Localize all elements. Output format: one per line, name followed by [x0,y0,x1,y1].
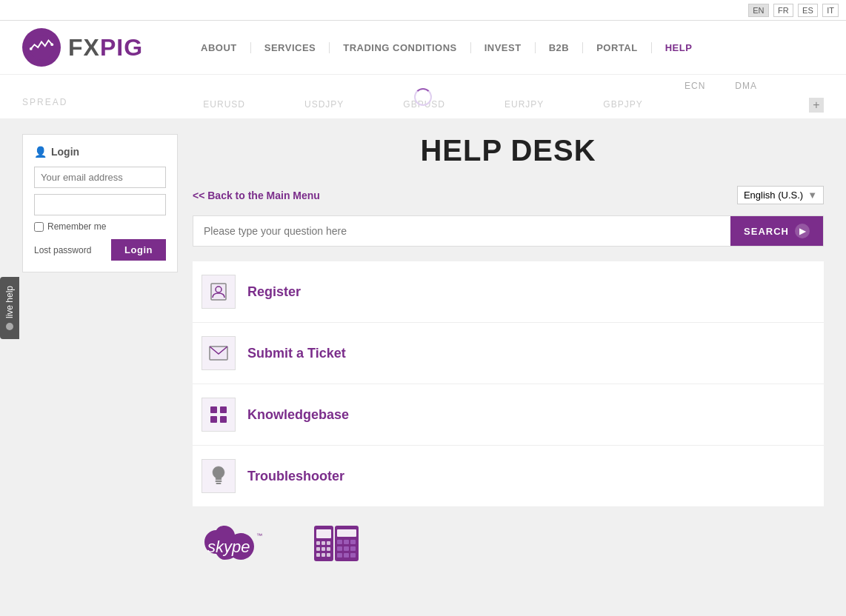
svg-rect-23 [322,553,325,557]
lang-fr[interactable]: FR [773,4,793,17]
pair-usdjpy: USDJPY [304,99,344,110]
help-desk-title: HELP DESK [193,134,824,167]
nav-trading-conditions[interactable]: TRADING CONDITIONS [330,42,470,53]
svg-text:skype: skype [207,538,250,556]
svg-rect-7 [220,406,227,413]
logo-text: FXPIG [68,34,143,61]
svg-rect-31 [344,546,349,551]
help-item-knowledgebase[interactable]: Knowledgebase [193,384,824,446]
help-item-submit-ticket[interactable]: Submit a Ticket [193,323,824,384]
lang-it[interactable]: IT [822,4,839,17]
knowledgebase-label: Knowledgebase [247,407,349,423]
remember-me-checkbox[interactable] [34,222,44,232]
svg-rect-8 [210,416,217,423]
nav-about[interactable]: ABOUT [187,42,251,53]
logo-text-pig: PIG [100,34,143,61]
nav-help[interactable]: HELP [652,42,706,53]
svg-point-2 [50,43,53,46]
svg-rect-15 [316,529,331,538]
svg-text:™: ™ [256,532,262,539]
help-item-register[interactable]: Register [193,261,824,323]
search-arrow-icon: ▶ [795,224,810,238]
nav-invest[interactable]: INVEST [471,42,536,53]
svg-rect-16 [316,541,320,545]
svg-rect-29 [350,540,356,544]
svg-rect-28 [344,540,349,544]
lang-en[interactable]: EN [748,4,768,17]
svg-rect-10 [216,481,222,482]
nav-b2b[interactable]: B2B [536,42,584,53]
phone-calculator-icon[interactable] [313,522,361,566]
svg-rect-30 [337,546,342,551]
live-help-dot [6,323,13,330]
header: FXPIG ABOUT SERVICES TRADING CONDITIONS … [0,21,846,75]
svg-rect-35 [350,553,356,558]
help-nav: << Back to the Main Menu English (U.S.) … [193,186,824,204]
pair-eurjpy: EURJPY [504,99,544,110]
loading-spinner [414,88,432,106]
submit-ticket-label: Submit a Ticket [247,346,346,361]
ecn-label: ECN [685,81,705,91]
svg-rect-20 [322,547,325,551]
right-panel: HELP DESK << Back to the Main Menu Engli… [193,134,824,581]
svg-rect-11 [216,483,222,484]
register-label: Register [247,284,301,300]
logo-svg [27,33,56,61]
login-box: 👤 Login Remember me Lost password Login [22,134,178,272]
svg-rect-33 [337,553,342,558]
remember-me-row: Remember me [34,221,166,232]
login-actions: Lost password Login [34,239,166,261]
live-help-label: live help [4,286,15,318]
spread-label: SPREAD [22,97,67,107]
left-panel: 👤 Login Remember me Lost password Login [22,134,178,581]
pair-eurusd: EURUSD [203,99,245,110]
svg-rect-17 [322,541,325,545]
ticker-add-button[interactable]: + [809,98,824,113]
login-header: 👤 Login [34,146,166,158]
search-button[interactable]: SEARCH ▶ [730,216,823,246]
svg-point-1 [30,47,33,50]
chevron-down-icon: ▼ [807,190,817,201]
search-button-label: SEARCH [744,226,789,237]
skype-logo[interactable]: skype ™ [201,526,290,563]
back-to-main-link[interactable]: << Back to the Main Menu [193,190,320,201]
dma-label: DMA [735,81,757,91]
svg-rect-9 [220,416,227,423]
live-help-tab[interactable]: live help [0,277,19,339]
selected-language: English (U.S.) [744,190,803,201]
login-button[interactable]: Login [111,239,166,261]
ticker-bar: ECN DMA SPREAD EURUSD USDJPY GBPUSD EURJ… [0,75,846,119]
language-bar: EN FR ES IT [0,0,846,21]
grid-icon [201,398,236,432]
logo-circle [22,28,61,67]
remember-me-label: Remember me [47,221,106,232]
troubleshooter-label: Troubleshooter [247,469,344,484]
register-icon [201,275,236,309]
pair-gbpjpy: GBPJPY [603,99,642,110]
envelope-icon [201,336,236,370]
svg-rect-6 [210,406,217,413]
skype-svg: skype ™ [201,526,290,563]
main-wrapper: 👤 Login Remember me Lost password Login … [0,119,846,596]
main-nav: ABOUT SERVICES TRADING CONDITIONS INVEST… [187,42,824,53]
password-input[interactable] [34,194,166,215]
nav-portal[interactable]: PORTAL [583,42,651,53]
bulb-icon [201,459,236,493]
search-input[interactable] [193,216,730,246]
lang-es[interactable]: ES [798,4,818,17]
language-select[interactable]: English (U.S.) ▼ [737,186,824,204]
email-input[interactable] [34,167,166,188]
search-bar: SEARCH ▶ [193,215,824,247]
svg-rect-22 [316,553,320,557]
help-item-troubleshooter[interactable]: Troubleshooter [193,446,824,507]
bottom-icons: skype ™ [193,507,824,581]
svg-rect-27 [337,540,342,544]
ticker-type: ECN DMA [685,81,757,91]
svg-rect-24 [327,553,330,557]
svg-rect-26 [337,529,356,537]
svg-rect-19 [316,547,320,551]
logo[interactable]: FXPIG [22,28,143,67]
svg-rect-21 [327,547,330,551]
lost-password-link[interactable]: Lost password [34,245,91,255]
nav-services[interactable]: SERVICES [251,42,330,53]
